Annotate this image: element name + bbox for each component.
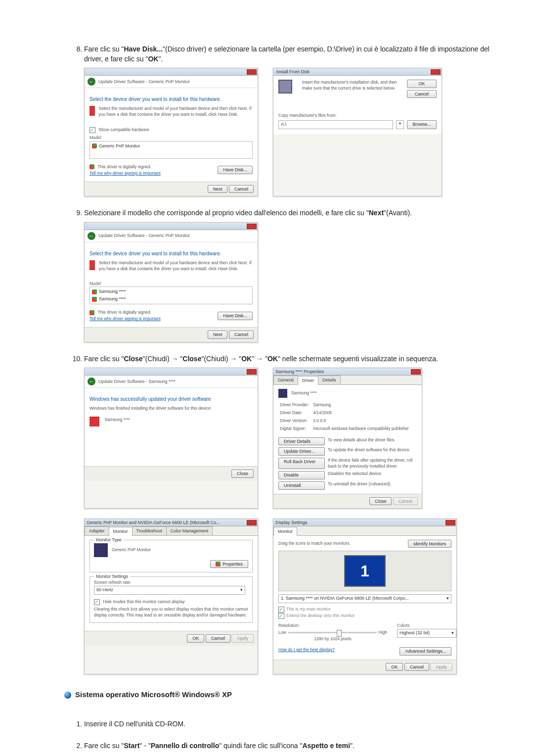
shield-icon (216, 562, 221, 567)
close-icon[interactable] (431, 69, 441, 75)
dialog-update-driver-a: ← Update Driver Software - Generic PnP M… (84, 68, 258, 196)
disable-button[interactable]: Disable (278, 471, 325, 479)
signing-link[interactable]: Tell me why driver signing is important (89, 316, 161, 321)
driver-icon (89, 106, 95, 116)
tab-color[interactable]: Color Management (166, 526, 213, 535)
browse-button[interactable]: Browse... (407, 120, 437, 129)
hide-modes-checkbox[interactable] (94, 599, 100, 605)
close-button[interactable]: Close (369, 497, 392, 506)
close-icon[interactable] (247, 69, 257, 75)
monitor-arrangement[interactable]: 1 (278, 551, 451, 591)
signing-link[interactable]: Tell me why driver signing is important (89, 171, 161, 176)
apply-button: Apply (430, 663, 452, 671)
crumb-text: Update Driver Software - Generic PnP Mon… (98, 233, 190, 239)
path-input[interactable]: A:\ (278, 120, 393, 129)
advanced-button[interactable]: Advanced Settings... (400, 647, 451, 656)
close-icon[interactable] (411, 369, 421, 375)
titlebar: Samsung **** Properties (273, 368, 422, 376)
heading: Windows has successfully updated your dr… (89, 396, 253, 403)
dropdown-icon[interactable]: ▾ (396, 120, 404, 129)
model-list[interactable]: Samsung **** Samsung **** (89, 286, 253, 304)
bullet-icon (64, 692, 71, 699)
refresh-select[interactable]: 60 Hertz▾ (94, 586, 245, 595)
tab-monitor[interactable]: Monitor (109, 527, 133, 536)
back-arrow-icon[interactable]: ← (88, 78, 95, 86)
document-page: Fare clic su "Have Disk..."(Disco driver… (0, 0, 534, 756)
properties-button[interactable]: Properties (210, 560, 248, 568)
monitor-select[interactable]: 1. Samsung **** on NVIDIA GeForce 6600 L… (278, 594, 451, 603)
cancel-button[interactable]: Cancel (206, 634, 230, 643)
step8-have-disk: Have Disk... (124, 45, 163, 53)
uninstall-button[interactable]: Uninstall (278, 481, 325, 490)
monitor-1-thumb[interactable]: 1 (344, 555, 386, 587)
dialog-monitor-settings: Generic PnP Monitor and NVIDIA GeForce 6… (84, 519, 258, 674)
xp-step-2: Fare clic su "Start" - "Pannello di cont… (84, 741, 499, 751)
cancel-button[interactable]: Cancel (404, 663, 429, 671)
dialog-display-settings: Display Settings Monitor Drag the icons … (273, 519, 457, 674)
shield-icon (92, 297, 97, 302)
dialog-driver-properties: Samsung **** Properties General Driver D… (273, 368, 422, 509)
resolution-slider[interactable] (288, 632, 377, 633)
tab-troubleshoot[interactable]: Troubleshoot (132, 526, 167, 535)
back-arrow-icon[interactable]: ← (88, 232, 95, 240)
step8-ok: OK (148, 55, 158, 63)
ok-button[interactable]: OK (386, 663, 403, 671)
back-arrow-icon[interactable]: ← (88, 378, 95, 385)
main-monitor-checkbox[interactable] (278, 607, 284, 613)
copy-from-label: Copy manufacturer's files from: (278, 113, 437, 119)
step-9: Selezionare il modello che corrisponde a… (84, 208, 499, 342)
have-disk-button[interactable]: Have Disk... (218, 166, 253, 174)
crumb-text: Update Driver Software - Generic PnP Mon… (98, 79, 190, 85)
driver-icon (89, 260, 95, 270)
shield-icon (92, 289, 97, 294)
identify-button[interactable]: Identify Monitors (408, 540, 451, 548)
instr-text: Insert the manufacturer's installation d… (302, 80, 402, 92)
step8-text-before: Fare clic su " (84, 45, 124, 53)
titlebar (85, 223, 258, 230)
heading: Select the device driver you want to ins… (89, 96, 253, 103)
shield-icon (89, 164, 94, 169)
cancel-button[interactable]: Cancel (407, 90, 437, 98)
tab-details[interactable]: Details (318, 376, 341, 384)
cancel-button[interactable]: Cancel (229, 185, 254, 193)
xp-section-heading: Sistema operativo Microsoft® Windows® XP (64, 689, 499, 700)
have-disk-button[interactable]: Have Disk... (218, 312, 253, 320)
next-button[interactable]: Next (208, 185, 228, 193)
chevron-down-icon: ▾ (451, 630, 454, 637)
extend-checkbox[interactable] (278, 613, 284, 619)
ok-button[interactable]: OK (407, 80, 437, 88)
driver-details-button[interactable]: Driver Details (278, 437, 325, 446)
tab-general[interactable]: General (273, 376, 298, 384)
close-icon[interactable] (247, 520, 257, 525)
compat-checkbox[interactable] (89, 127, 95, 133)
ok-button[interactable]: OK (187, 634, 204, 643)
close-icon[interactable] (445, 520, 455, 525)
breadcrumb: ← Update Driver Software - Samsung **** (85, 376, 258, 388)
update-driver-button[interactable]: Update Driver... (278, 447, 325, 456)
model-list[interactable]: Generic PnP Monitor (89, 141, 253, 159)
next-button[interactable]: Next (208, 331, 228, 339)
close-icon[interactable] (247, 369, 257, 375)
titlebar: Install From Disk (273, 68, 442, 76)
rollback-button[interactable]: Roll Back Driver (278, 458, 325, 470)
dlg-title: Install From Disk (273, 69, 310, 74)
tab-adapter[interactable]: Adapter (85, 526, 109, 535)
model-label: Model (89, 281, 253, 287)
help-link[interactable]: How do I get the best display? (278, 647, 335, 656)
heading: Select the device driver you want to ins… (89, 250, 253, 257)
list-item: Samsung **** (91, 295, 251, 303)
close-icon[interactable] (247, 224, 257, 229)
dialog-install-from-disk: Install From Disk Insert the manufacture… (273, 68, 442, 196)
colors-select[interactable]: Highest (32 bit)▾ (397, 629, 456, 638)
close-button[interactable]: Close (231, 470, 254, 478)
cancel-button: Cancel (393, 497, 418, 506)
dialog-update-success: ← Update Driver Software - Samsung **** … (84, 368, 258, 509)
step-10: Fare clic su "Close"(Chiudi) → "Close"(C… (84, 354, 499, 674)
chevron-down-icon: ▾ (446, 595, 449, 602)
model-label: Model (89, 135, 253, 141)
tab-monitor[interactable]: Monitor (273, 527, 297, 536)
shield-icon (89, 310, 94, 315)
cancel-button[interactable]: Cancel (229, 331, 254, 339)
tab-driver[interactable]: Driver (298, 376, 318, 385)
titlebar: Display Settings (273, 519, 456, 526)
